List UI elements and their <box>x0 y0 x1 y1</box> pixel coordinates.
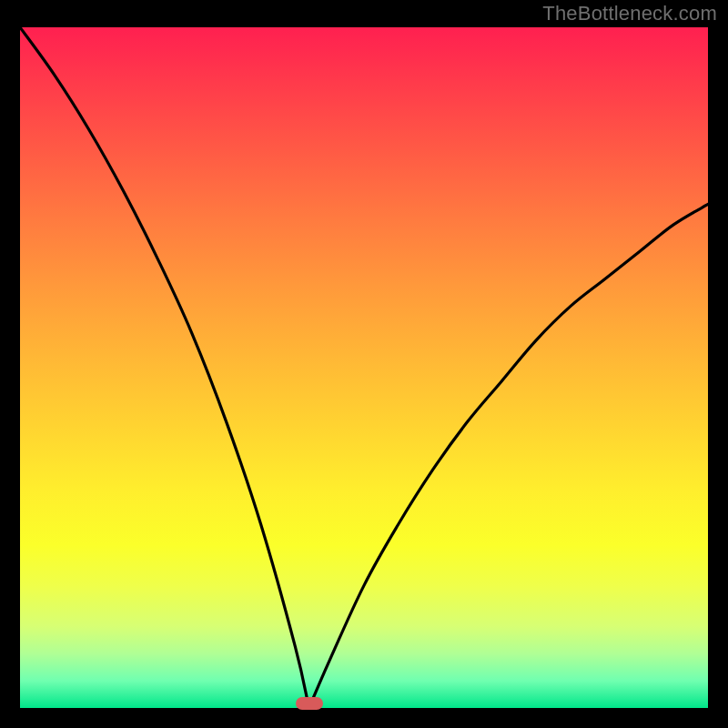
plot-area <box>20 27 708 708</box>
minimum-marker <box>296 697 323 710</box>
watermark-text: TheBottleneck.com <box>542 2 717 25</box>
curve-layer <box>20 27 708 708</box>
curve-left-branch <box>20 27 309 708</box>
curve-right-branch <box>309 204 708 708</box>
chart-frame: TheBottleneck.com <box>0 0 728 728</box>
